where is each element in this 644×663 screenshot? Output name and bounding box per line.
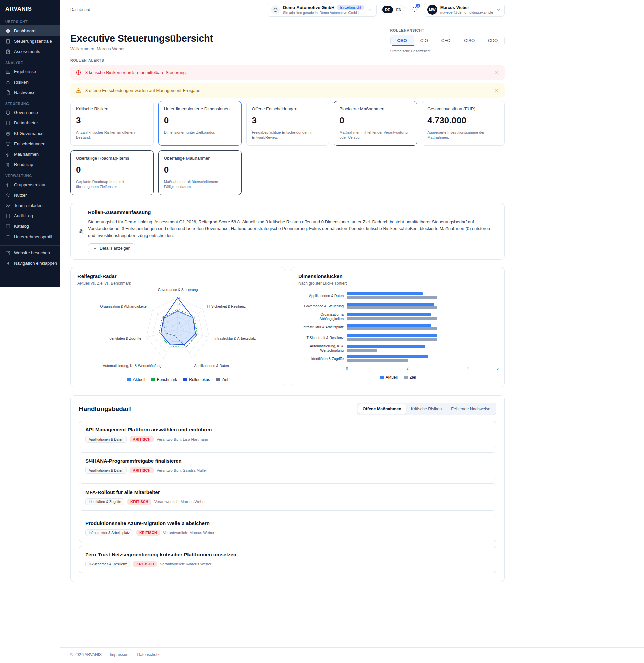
details-button[interactable]: Details anzeigen: [88, 243, 135, 253]
legend-swatch: [216, 378, 220, 382]
svg-text:4: 4: [179, 302, 181, 306]
sidebar-item-risiken[interactable]: Risiken: [0, 77, 60, 87]
sidebar-item-label: Assessments: [14, 49, 40, 54]
details-button-label: Details anzeigen: [100, 246, 131, 251]
sidebar-item-roadmap[interactable]: Roadmap: [0, 159, 60, 170]
kpi-card-offene-entscheidungen[interactable]: Offene Entscheidungen3Freigabepflichtige…: [246, 101, 329, 145]
legend-item-aktuell: Aktuell: [128, 378, 145, 382]
bar-ziel: [347, 327, 437, 330]
bar-row: Infrastruktur & Arbeitsplatz: [298, 323, 498, 331]
svg-text:Applikationen & Daten: Applikationen & Daten: [194, 364, 229, 368]
bar-aktuell: [347, 313, 431, 316]
kpi-description: Dimensionen unter Zielkorridor.: [164, 130, 236, 135]
sidebar-item-drittanbieter[interactable]: Drittanbieter: [0, 118, 60, 128]
content: Executive Steuerungsübersicht Willkommen…: [60, 20, 505, 582]
notifications-button[interactable]: 3: [410, 4, 419, 16]
role-tab-ceo[interactable]: CEO: [391, 35, 414, 46]
sidebar-item-nachweise[interactable]: Nachweise: [0, 87, 60, 98]
bar-ziel: [347, 306, 437, 310]
sidebar-item-ergebnisse[interactable]: Ergebnisse: [0, 66, 60, 77]
sidebar-item-gruppenstruktur[interactable]: Gruppenstruktur: [0, 180, 60, 190]
role-tab-cio[interactable]: CIO: [414, 35, 435, 46]
sidebar-item-website-besuchen[interactable]: Website besuchen: [0, 248, 60, 258]
sidebar-item-label: Entscheidungen: [14, 141, 45, 146]
actions-title: Handlungsbedarf: [79, 405, 131, 413]
kpi-value: 0: [76, 165, 148, 175]
sidebar-item-ki-governance[interactable]: KI-Governance: [0, 128, 60, 139]
notification-badge: 3: [415, 3, 421, 8]
action-item[interactable]: API-Management-Plattform auswählen und e…: [79, 421, 497, 448]
kpi-card-gesamtinvestition-eur[interactable]: Gesamtinvestition (EUR)4.730.000Aggregie…: [422, 101, 505, 145]
alert-text: 3 offene Entscheidungen warten auf Manag…: [85, 88, 491, 93]
sidebar-item-entscheidungen[interactable]: Entscheidungen: [0, 139, 60, 149]
sidebar-item-governance[interactable]: Governance: [0, 107, 60, 118]
radar-chart: 12345Governance & SteuerungIT-Sicherheit…: [77, 288, 278, 374]
breadcrumb: Dashboard: [70, 7, 90, 12]
sidebar-item-massnahmen[interactable]: Maßnahmen: [0, 149, 60, 159]
brand-logo: ARVANIS: [0, 0, 60, 16]
kpi-card-blockierte-massnahmen[interactable]: Blockierte Maßnahmen0Maßnahmen mit fehle…: [334, 101, 417, 145]
user-menu-text: Marcus Weber m.weber@demo-holding.exampl…: [440, 5, 493, 15]
action-item[interactable]: Produktionsnahe Azure-Migration Welle 2 …: [79, 515, 497, 542]
close-icon[interactable]: [495, 88, 500, 93]
sidebar-item-navigation-einklappen[interactable]: Navigation einklappen: [0, 258, 60, 269]
actions-tab-fehlende-nachweise[interactable]: Fehlende Nachweise: [446, 404, 495, 414]
shield-icon: [5, 110, 11, 115]
cpu-icon: [5, 131, 11, 136]
action-item[interactable]: S/4HANA-Programmfreigabe finalisierenApp…: [79, 452, 497, 479]
legend-swatch: [128, 378, 131, 382]
alerts-section-label: ROLLEN-ALERTS: [70, 59, 505, 62]
sidebar-item-audit-log[interactable]: Audit-Log: [0, 211, 60, 221]
actions-tab-kritische-risiken[interactable]: Kritische Risiken: [406, 404, 446, 414]
svg-text:IT-Sicherheit & Resilienz: IT-Sicherheit & Resilienz: [207, 304, 246, 308]
building-icon: [5, 120, 11, 126]
sidebar-item-assessments[interactable]: Assessments: [0, 46, 60, 57]
sidebar-item-nutzer[interactable]: Nutzer: [0, 190, 60, 200]
kpi-card-kritische-risiken[interactable]: Kritische Risiken3Anzahl kritischer Risi…: [70, 101, 154, 145]
actions-tabs: Offene MaßnahmenKritische RisikenFehlend…: [356, 403, 497, 415]
footer-link-impressum[interactable]: Impressum: [110, 652, 130, 657]
sidebar-item-unternehmensprofil[interactable]: Unternehmensprofil: [0, 231, 60, 242]
lang-de-button[interactable]: DE: [382, 6, 393, 14]
summary-body: Rollen-Zusammenfassung Steuerungsbild fü…: [88, 209, 498, 253]
lang-en-button[interactable]: EN: [394, 6, 404, 14]
user-menu[interactable]: MW Marcus Weber m.weber@demo-holding.exa…: [423, 3, 505, 17]
globe-icon: [271, 5, 280, 14]
kpi-card-uberfallige-massnahmen[interactable]: Überfällige Maßnahmen0Maßnahmen mit über…: [158, 150, 242, 195]
action-item[interactable]: Zero-Trust-Netzsegmentierung kritischer …: [79, 546, 497, 573]
actions-tab-offene-massnahmen[interactable]: Offene Maßnahmen: [358, 404, 406, 414]
radar-chart-legend: AktuellBenchmarkRollenfokusZiel: [77, 378, 278, 382]
log-icon: [5, 213, 11, 219]
actions-list: API-Management-Plattform auswählen und e…: [79, 421, 497, 573]
svg-text:Automatisierung, KI & Wertschö: Automatisierung, KI & Wertschöpfung: [102, 364, 161, 368]
role-tab-cfo[interactable]: CFO: [435, 35, 457, 46]
company-view-badge: Einzelansicht: [337, 5, 364, 10]
kpi-row-1: Kritische Risiken3Anzahl kritischer Risi…: [70, 101, 505, 145]
alert-triangle-icon: [76, 88, 82, 93]
legend-swatch: [404, 376, 408, 380]
topbar-right: Demo Automotive GmbH Einzelansicht Sie a…: [267, 3, 505, 17]
kpi-description: Aggregierte Investitionssumme der Maßnah…: [427, 130, 499, 140]
footer-link-datenschutz[interactable]: Datenschutz: [137, 652, 159, 657]
sidebar-item-katalog[interactable]: Katalog: [0, 221, 60, 231]
owner-label: Verantwortlich: Sandra Müller: [157, 468, 207, 473]
action-item[interactable]: MFA-Rollout für alle MitarbeiterIdentitä…: [79, 483, 497, 511]
document-icon: [77, 210, 84, 253]
sidebar-item-team-einladen[interactable]: Team einladen: [0, 200, 60, 211]
sidebar-item-label: Gruppenstruktur: [14, 182, 46, 187]
alert-circle-icon: [76, 70, 82, 75]
role-tab-cdo[interactable]: CDO: [481, 35, 504, 46]
legend-item-ziel: Ziel: [404, 375, 416, 380]
footer: © 2026 ARVANIS ImpressumDatenschutz: [60, 647, 644, 663]
bar-aktuell: [347, 345, 425, 348]
kpi-card-uberfallige-roadmap-items[interactable]: Überfällige Roadmap-Items0Geplante Roadm…: [70, 150, 154, 195]
close-icon[interactable]: [495, 70, 500, 75]
sidebar-item-dashboard[interactable]: Dashboard: [0, 25, 60, 36]
role-tab-ciso[interactable]: CISO: [457, 35, 481, 46]
company-selector[interactable]: Demo Automotive GmbH Einzelansicht Sie a…: [267, 3, 377, 17]
kpi-card-unterdimensionierte-dimensionen[interactable]: Unterdimensionierte Dimensionen0Dimensio…: [158, 101, 242, 145]
sidebar-section-ubersicht: ÜBERSICHT: [0, 16, 60, 25]
book-icon: [5, 224, 11, 229]
bar-category-label: Infrastruktur & Arbeitsplatz: [298, 325, 347, 329]
sidebar-item-steuerungszentrale[interactable]: Steuerungszentrale: [0, 36, 60, 46]
